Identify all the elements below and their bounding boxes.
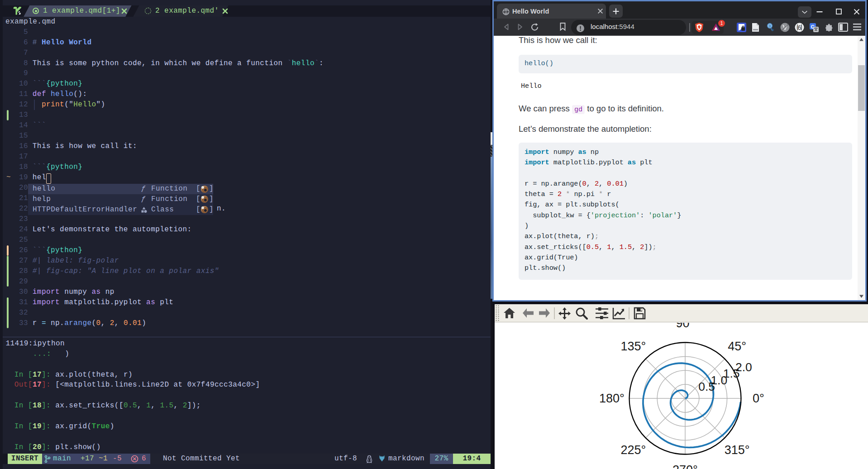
svg-text:6: 6 bbox=[797, 24, 801, 32]
svg-text:3: 3 bbox=[769, 24, 771, 28]
